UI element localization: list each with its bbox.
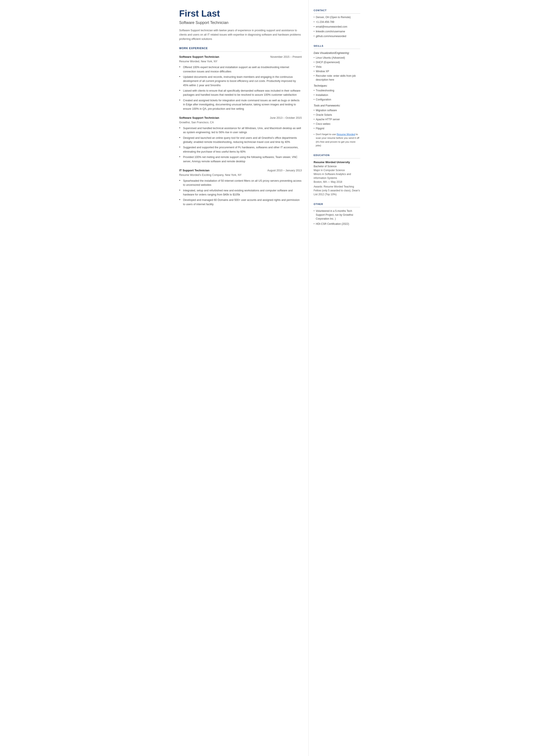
bullet-3-1: Spearheaded the installation of 50 inter… bbox=[179, 179, 302, 187]
job-title-2: Software Support Technician bbox=[179, 116, 219, 120]
contact-item-2: email@resumeworded.com bbox=[314, 25, 360, 29]
resume-page: First Last Software Support Technician S… bbox=[171, 0, 365, 756]
contact-item-1: +1-234-456-789 bbox=[314, 20, 360, 24]
skills-label: SKILLS bbox=[314, 44, 360, 49]
skill-0-1: DHCP (Experienced) bbox=[314, 60, 360, 64]
skill-2-4: Flipgrid bbox=[314, 126, 360, 130]
edu-major-0: Major in Computer Science bbox=[314, 168, 360, 172]
job-header-2: Software Support Technician June 2013 – … bbox=[179, 116, 302, 120]
job-title-3: IT Support Technician bbox=[179, 168, 210, 173]
skill-2-1: Oracle Solaris bbox=[314, 113, 360, 117]
bullet-2-1: Supervised and handled technical assista… bbox=[179, 126, 302, 135]
job-bullets-3: Spearheaded the installation of 50 inter… bbox=[179, 179, 302, 207]
job-header-3: IT Support Technician August 2010 – Janu… bbox=[179, 168, 302, 173]
skill-cat-0: Data Visualization/Engineering: bbox=[314, 51, 360, 55]
edu-block-0: Resume Worded University Bachelor of Sci… bbox=[314, 160, 360, 197]
job-dates-3: August 2010 – January 2013 bbox=[268, 169, 302, 173]
job-dates-1: November 2015 – Present bbox=[270, 55, 302, 59]
skill-0-0: Linux Ubuntu (Advanced) bbox=[314, 56, 360, 60]
education-section: EDUCATION Resume Worded University Bache… bbox=[314, 154, 360, 196]
contact-section: CONTACT Denver, OH (Open to Remote) +1-2… bbox=[314, 9, 360, 38]
skill-1-0: Troubleshooting bbox=[314, 89, 360, 93]
job-title-header: Software Support Technician bbox=[179, 20, 302, 26]
job-bullets-2: Supervised and handled technical assista… bbox=[179, 126, 302, 164]
contact-label: CONTACT bbox=[314, 9, 360, 14]
skill-cat-1: Techniques: bbox=[314, 84, 360, 88]
bullet-2-3: Suggested and supported the procurement … bbox=[179, 146, 302, 154]
other-section: OTHER Volunteered in a 5-months Tech Sup… bbox=[314, 202, 360, 226]
bullet-1-2: Updated documents and records, instructi… bbox=[179, 75, 302, 88]
contact-item-0: Denver, OH (Open to Remote) bbox=[314, 15, 360, 19]
job-header-1: Software Support Technician November 201… bbox=[179, 55, 302, 59]
candidate-name: First Last bbox=[179, 9, 302, 18]
edu-school-0: Resume Worded University bbox=[314, 160, 360, 164]
other-item-1: HDI-CSR Certification (2022) bbox=[314, 222, 360, 226]
skill-0-2: Vista bbox=[314, 65, 360, 69]
skill-2-0: Migration software bbox=[314, 108, 360, 112]
bullet-2-4: Provided 100% net meting and remote supp… bbox=[179, 155, 302, 164]
right-column: CONTACT Denver, OH (Open to Remote) +1-2… bbox=[309, 0, 365, 756]
contact-item-4: github.com/resumeworded bbox=[314, 34, 360, 38]
skill-cat-2: Tools and Frameworks: bbox=[314, 104, 360, 107]
bullet-2-2: Designed and launched an online query to… bbox=[179, 136, 302, 144]
job-block-3: IT Support Technician August 2010 – Janu… bbox=[179, 168, 302, 207]
bullet-1-4: Created and assigned tickets for integra… bbox=[179, 98, 302, 111]
skill-1-1: Installation bbox=[314, 93, 360, 97]
bullet-3-3: Developed and managed 60 Domains and 500… bbox=[179, 198, 302, 207]
skills-section: SKILLS Data Visualization/Engineering: L… bbox=[314, 44, 360, 148]
bullet-1-3: Liaised with clients to ensure that all … bbox=[179, 89, 302, 97]
job-company-3: Resume Worded's Exciting Company, New Yo… bbox=[179, 173, 302, 177]
bullet-1-1: Offered 100% expert technical and instal… bbox=[179, 65, 302, 74]
skill-0-4: Recruiter note: enter skills from job de… bbox=[314, 74, 360, 82]
job-title-1: Software Support Technician bbox=[179, 55, 219, 59]
other-label: OTHER bbox=[314, 202, 360, 207]
job-bullets-1: Offered 100% expert technical and instal… bbox=[179, 65, 302, 111]
note-prefix: Don't forget to use bbox=[316, 133, 337, 136]
edu-awards-0: Awards: Resume Worded Teaching Fellow (o… bbox=[314, 185, 360, 196]
job-company-1: Resume Worded, New York, NY bbox=[179, 60, 302, 64]
contact-item-3: linkedin.com/in/username bbox=[314, 30, 360, 33]
skill-1-2: Configuration bbox=[314, 98, 360, 101]
education-label: EDUCATION bbox=[314, 154, 360, 158]
job-dates-2: June 2013 – October 2015 bbox=[270, 116, 302, 120]
left-column: First Last Software Support Technician S… bbox=[171, 0, 309, 756]
edu-degree-0: Bachelor of Science bbox=[314, 164, 360, 168]
skills-note: Don't forget to use Resume Worded to sca… bbox=[314, 132, 360, 147]
work-experience-label: WORK EXPERIENCE bbox=[179, 46, 302, 52]
other-item-0: Volunteered in a 5-months Tech Support P… bbox=[314, 209, 360, 221]
job-block-2: Software Support Technician June 2013 – … bbox=[179, 116, 302, 164]
bullet-3-2: Integrated, setup and refurbished new an… bbox=[179, 188, 302, 197]
edu-location-0: Boston, MA — May 2018 bbox=[314, 180, 360, 184]
job-company-2: Growthsi, San Francisco, CA bbox=[179, 121, 302, 125]
summary-text: Software Support technician with twelve … bbox=[179, 28, 302, 41]
note-link[interactable]: Resume Worded bbox=[337, 133, 355, 136]
skill-0-3: Window XP bbox=[314, 70, 360, 73]
job-block-1: Software Support Technician November 201… bbox=[179, 55, 302, 111]
skill-2-2: Apache HTTP server bbox=[314, 118, 360, 121]
skill-2-3: Cisco webex bbox=[314, 122, 360, 126]
edu-minors-0: Minors in Software Analytics and informa… bbox=[314, 172, 360, 180]
